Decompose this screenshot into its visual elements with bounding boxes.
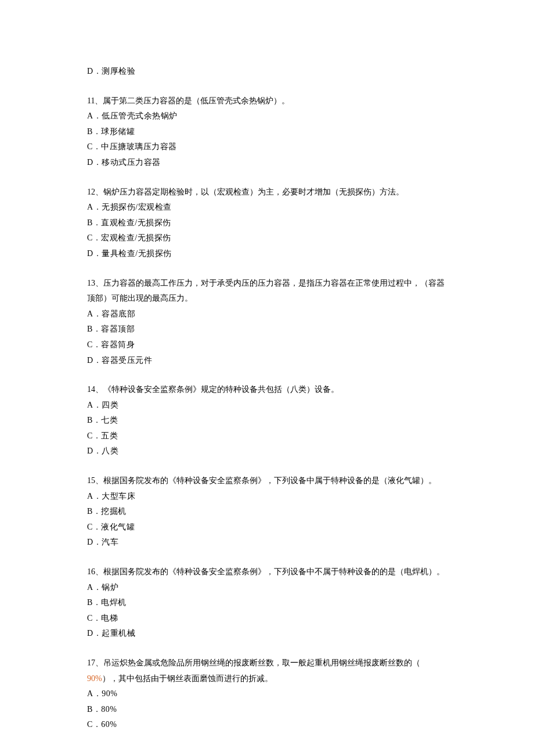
question-highlight: 90% [87, 674, 102, 683]
option-text: 五类 [101, 431, 118, 440]
option-label: A． [87, 583, 102, 592]
option-label: A． [87, 203, 102, 211]
option-label: D． [87, 356, 102, 365]
spacer [87, 262, 447, 276]
option-text: 电焊机 [101, 598, 127, 607]
question-text: 压力容器的最高工作压力，对于承受内压的压力容器，是指压力容器在正常使用过程中，（… [87, 279, 445, 303]
option-label: C． [87, 340, 101, 349]
option-text: 液化气罐 [101, 523, 135, 531]
option-label: B． [87, 325, 101, 333]
option-row: D．汽车 [87, 535, 447, 550]
option-text: 60% [101, 720, 117, 729]
option-row: A．90% [87, 686, 447, 702]
question-text: 根据国务院发布的《特种设备安全监察条例》，下列设备中属于特种设备的是（液化气罐）… [103, 476, 436, 485]
option-label: A． [87, 689, 102, 698]
option-label: D． [87, 249, 102, 258]
option-row: B．容器顶部 [87, 322, 447, 337]
option-text: 容器受压元件 [102, 356, 152, 365]
option-text: 80% [101, 705, 117, 714]
option-row: A．大型车床 [87, 489, 447, 505]
option-row: B．挖掘机 [87, 504, 447, 520]
option-row: D．容器受压元件 [87, 353, 447, 369]
spacer [87, 171, 447, 185]
option-text: 球形储罐 [101, 127, 135, 136]
option-text: 测厚检验 [102, 67, 135, 75]
option-row: B．七类 [87, 413, 447, 429]
question-number: 12、 [87, 188, 103, 196]
option-text: 容器筒身 [101, 340, 135, 349]
question-text-pre: 吊运炽热金属或危险品所用钢丝绳的报废断丝数，取一般起重机用钢丝绳报废断丝数的（ [103, 658, 420, 667]
option-label: C． [87, 142, 101, 151]
question-number: 17、 [87, 658, 103, 667]
option-text: 挖掘机 [101, 507, 127, 516]
option-row: D．量具检查/无损探伤 [87, 246, 447, 262]
question-stem: 11、属于第二类压力容器的是（低压管壳式余热锅炉）。 [87, 93, 447, 109]
question-stem: 16、根据国务院发布的《特种设备安全监察条例》，下列设备中不属于特种设备的的是（… [87, 564, 447, 580]
option-text: 四类 [102, 401, 118, 409]
option-text: 锅炉 [102, 583, 118, 592]
option-label: A． [87, 401, 102, 409]
option-row: D．移动式压力容器 [87, 155, 447, 171]
question-text: 锅炉压力容器定期检验时，以（宏观检查）为主，必要时才增加（无损探伤）方法。 [103, 188, 404, 196]
option-row: A．四类 [87, 398, 447, 413]
option-text: 七类 [101, 416, 118, 424]
option-row: A．低压管壳式余热锅炉 [87, 109, 447, 124]
option-label: B． [87, 507, 101, 516]
question-number: 15、 [87, 476, 103, 485]
option-text: 汽车 [102, 538, 118, 546]
option-row: A．锅炉 [87, 580, 447, 596]
option-row: B．电焊机 [87, 595, 447, 611]
option-text: 量具检查/无损探伤 [102, 249, 171, 258]
option-row: C．液化气罐 [87, 520, 447, 535]
question-text-post: ），其中包括由于钢丝表面磨蚀而进行的折减。 [102, 674, 273, 683]
option-row: A．容器底部 [87, 307, 447, 322]
option-text: 移动式压力容器 [102, 158, 161, 167]
spacer [87, 642, 447, 656]
question-stem: 13、压力容器的最高工作压力，对于承受内压的压力容器，是指压力容器在正常使用过程… [87, 276, 447, 307]
option-text: 容器底部 [102, 309, 135, 318]
option-row: C．60% [87, 717, 447, 733]
option-label: A． [87, 309, 102, 318]
option-row: B．直观检查/无损探伤 [87, 215, 447, 231]
spacer [87, 550, 447, 564]
question-stem: 12、锅炉压力容器定期检验时，以（宏观检查）为主，必要时才增加（无损探伤）方法。 [87, 185, 447, 200]
question-stem: 17、吊运炽热金属或危险品所用钢丝绳的报废断丝数，取一般起重机用钢丝绳报废断丝数… [87, 656, 447, 686]
option-label: B． [87, 598, 101, 607]
question-stem: 14、《特种设备安全监察条例》规定的特种设备共包括（八类）设备。 [87, 382, 447, 398]
document-page: D．测厚检验 11、属于第二类压力容器的是（低压管壳式余热锅炉）。 A．低压管壳… [0, 0, 534, 756]
option-row: B．球形储罐 [87, 124, 447, 140]
option-text: 中压搪玻璃压力容器 [101, 142, 177, 151]
option-label: C． [87, 431, 101, 440]
spacer [87, 459, 447, 473]
option-label: D． [87, 538, 102, 546]
question-number: 13、 [87, 279, 103, 287]
option-label: D． [87, 67, 102, 75]
option-text: 大型车床 [102, 492, 135, 501]
option-row: C．宏观检查/无损探伤 [87, 231, 447, 246]
option-row: C．五类 [87, 429, 447, 444]
option-row: C．电梯 [87, 611, 447, 627]
question-number: 16、 [87, 567, 103, 576]
option-text: 起重机械 [102, 629, 135, 638]
option-label: C． [87, 233, 101, 242]
question-text: 属于第二类压力容器的是（低压管壳式余热锅炉）。 [103, 96, 290, 105]
question-text: 根据国务院发布的《特种设备安全监察条例》，下列设备中不属于特种设备的的是（电焊机… [103, 567, 445, 576]
option-row: D．起重机械 [87, 626, 447, 642]
option-text: 电梯 [101, 614, 118, 622]
spacer [87, 80, 447, 93]
option-text: 容器顶部 [101, 325, 135, 333]
question-stem: 15、根据国务院发布的《特种设备安全监察条例》，下列设备中属于特种设备的是（液化… [87, 473, 447, 489]
option-row: C．中压搪玻璃压力容器 [87, 139, 447, 155]
option-row: D．测厚检验 [87, 64, 447, 80]
option-label: B． [87, 218, 101, 227]
option-row: D．八类 [87, 444, 447, 459]
option-label: A． [87, 492, 102, 501]
option-label: D． [87, 158, 102, 167]
option-row: A．无损探伤/宏观检查 [87, 200, 447, 215]
option-row: C．容器筒身 [87, 337, 447, 353]
option-label: C． [87, 720, 101, 729]
option-label: B． [87, 127, 101, 136]
option-label: D． [87, 629, 102, 638]
option-text: 低压管壳式余热锅炉 [102, 111, 178, 120]
option-text: 90% [102, 689, 117, 698]
